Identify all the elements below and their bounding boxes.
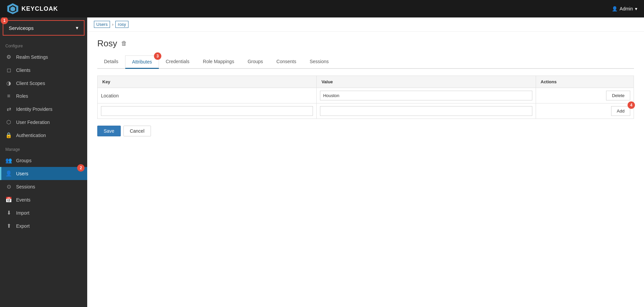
cancel-button[interactable]: Cancel xyxy=(123,126,151,136)
sidebar-item-user-federation[interactable]: ⬡ User Federation xyxy=(0,116,87,129)
main-content: Users › rosy Rosy 🗑 Details Attributes 3 xyxy=(87,17,644,307)
sidebar-item-label: Import xyxy=(16,210,30,216)
table-row: Location Houston Delete xyxy=(98,88,634,103)
new-key-cell xyxy=(98,103,317,119)
sidebar-item-label: Realm Settings xyxy=(16,54,48,60)
sidebar-item-label: Users xyxy=(16,171,29,176)
new-attribute-row: Add 4 xyxy=(98,103,634,119)
col-value-header: Value xyxy=(317,76,536,88)
sidebar-item-label: User Federation xyxy=(16,120,50,125)
sidebar-item-realm-settings[interactable]: ⚙ Realm Settings xyxy=(0,50,87,63)
tabs-bar: Details Attributes 3 Credentials Role Ma… xyxy=(97,55,634,69)
user-dropdown-icon: ▾ xyxy=(635,6,637,11)
keycloak-logo-icon xyxy=(7,3,19,15)
sidebar-item-label: Export xyxy=(16,223,30,229)
sidebar-item-events[interactable]: 📅 Events xyxy=(0,193,87,206)
page-body: Rosy 🗑 Details Attributes 3 Credentials … xyxy=(87,32,644,143)
new-action-cell: Add 4 xyxy=(536,103,634,119)
tab-details-label: Details xyxy=(104,59,118,64)
page-title-row: Rosy 🗑 xyxy=(97,38,634,49)
breadcrumb: Users › rosy xyxy=(87,17,644,32)
realm-settings-icon: ⚙ xyxy=(5,54,12,60)
users-badge: 2 xyxy=(77,164,85,172)
user-icon: 👤 xyxy=(612,6,618,11)
sidebar-item-export[interactable]: ⬆ Export xyxy=(0,219,87,232)
manage-section-label: Manage xyxy=(0,142,87,154)
tab-role-mappings[interactable]: Role Mappings xyxy=(196,55,241,69)
configure-section-label: Configure xyxy=(0,38,87,50)
col-key-header: Key xyxy=(98,76,317,88)
attributes-table: Key Value Actions Location Houston xyxy=(97,76,634,119)
events-icon: 📅 xyxy=(5,196,12,203)
sidebar-item-groups[interactable]: 👥 Groups xyxy=(0,154,87,167)
tab-role-mappings-label: Role Mappings xyxy=(203,59,234,64)
user-label: Admin xyxy=(620,6,633,11)
sidebar-item-roles[interactable]: ≡ Roles xyxy=(0,90,87,102)
sessions-icon: ⊙ xyxy=(5,183,12,190)
attr-value-display: Houston xyxy=(320,91,532,100)
user-federation-icon: ⬡ xyxy=(5,119,12,125)
user-menu[interactable]: 👤 Admin ▾ xyxy=(612,6,637,11)
clients-icon: ◻ xyxy=(5,67,12,73)
add-button-wrapper: Add 4 xyxy=(611,106,630,116)
realm-selector[interactable]: 1 Serviceops ▾ xyxy=(3,20,85,36)
sidebar-item-label: Clients xyxy=(16,68,31,73)
breadcrumb-current: rosy xyxy=(115,21,128,28)
identity-providers-icon: ⇄ xyxy=(5,106,12,112)
realm-badge: 1 xyxy=(1,17,8,24)
attr-key-value: Location xyxy=(101,93,119,98)
save-button[interactable]: Save xyxy=(97,126,121,136)
tab-consents-label: Consents xyxy=(276,59,296,64)
authentication-icon: 🔒 xyxy=(5,132,12,138)
tab-consents[interactable]: Consents xyxy=(270,55,303,69)
sidebar-item-label: Events xyxy=(16,197,31,203)
client-scopes-icon: ◑ xyxy=(5,80,12,86)
breadcrumb-users-link[interactable]: Users xyxy=(94,21,110,28)
form-buttons: Save Cancel xyxy=(97,126,634,136)
attr-action-cell: Delete xyxy=(536,88,634,103)
sidebar-item-import[interactable]: ⬇ Import xyxy=(0,206,87,219)
sidebar-item-sessions[interactable]: ⊙ Sessions xyxy=(0,180,87,193)
new-key-input[interactable] xyxy=(101,106,313,116)
delete-user-icon[interactable]: 🗑 xyxy=(121,40,127,47)
tab-sessions-label: Sessions xyxy=(310,59,329,64)
export-icon: ⬆ xyxy=(5,223,12,229)
top-nav: KEYCLOAK 👤 Admin ▾ xyxy=(0,0,644,17)
realm-name: Serviceops xyxy=(9,25,34,31)
sidebar-item-authentication[interactable]: 🔒 Authentication xyxy=(0,129,87,142)
sidebar-item-identity-providers[interactable]: ⇄ Identity Providers xyxy=(0,102,87,116)
new-value-cell xyxy=(317,103,536,119)
logo: KEYCLOAK xyxy=(7,3,58,15)
tab-credentials[interactable]: Credentials xyxy=(159,55,196,69)
breadcrumb-separator: › xyxy=(112,22,113,27)
sidebar-item-label: Groups xyxy=(16,158,32,163)
attr-value-cell: Houston xyxy=(317,88,536,103)
delete-attribute-button[interactable]: Delete xyxy=(606,91,630,100)
sidebar-item-label: Identity Providers xyxy=(16,106,52,112)
tab-groups[interactable]: Groups xyxy=(241,55,270,69)
sidebar-item-users[interactable]: 2 👤 Users xyxy=(0,167,87,180)
sidebar: 1 Serviceops ▾ Configure ⚙ Realm Setting… xyxy=(0,17,87,307)
sidebar-item-label: Authentication xyxy=(16,133,46,138)
sidebar-item-client-scopes[interactable]: ◑ Client Scopes xyxy=(0,77,87,90)
realm-dropdown-icon: ▾ xyxy=(76,25,78,31)
attr-key-cell: Location xyxy=(98,88,317,103)
roles-icon: ≡ xyxy=(5,93,12,99)
sidebar-item-label: Roles xyxy=(16,93,28,99)
import-icon: ⬇ xyxy=(5,210,12,216)
tab-groups-label: Groups xyxy=(248,59,263,64)
tab-credentials-label: Credentials xyxy=(166,59,190,64)
tab-attributes-label: Attributes xyxy=(132,59,152,64)
sidebar-item-label: Client Scopes xyxy=(16,81,45,86)
app-name: KEYCLOAK xyxy=(21,5,58,12)
tab-attributes[interactable]: Attributes 3 xyxy=(125,55,159,69)
col-actions-header: Actions xyxy=(536,76,634,88)
main-layout: 1 Serviceops ▾ Configure ⚙ Realm Setting… xyxy=(0,17,644,307)
add-attribute-button[interactable]: Add xyxy=(611,106,630,116)
sidebar-item-clients[interactable]: ◻ Clients xyxy=(0,63,87,77)
tab-sessions[interactable]: Sessions xyxy=(303,55,335,69)
new-value-input[interactable] xyxy=(320,106,532,116)
groups-icon: 👥 xyxy=(5,157,12,164)
sidebar-item-label: Sessions xyxy=(16,184,35,189)
tab-details[interactable]: Details xyxy=(97,55,125,69)
